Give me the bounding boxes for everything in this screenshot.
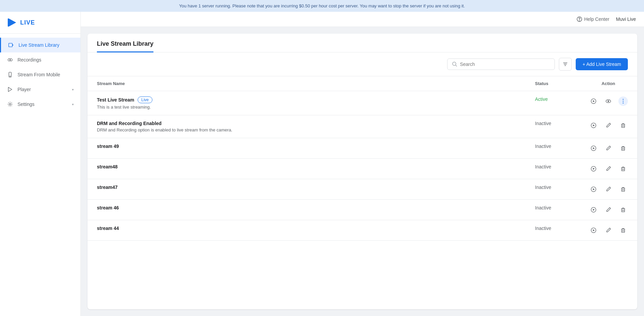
svg-point-9 xyxy=(9,103,11,105)
play-icon xyxy=(591,98,597,104)
filter-button[interactable] xyxy=(559,58,572,71)
svg-marker-45 xyxy=(593,209,595,210)
more-options-button[interactable] xyxy=(618,96,628,106)
table-row: stream47Inactive xyxy=(87,179,637,200)
stream-action-cell xyxy=(579,159,637,179)
status-badge: Inactive xyxy=(535,185,551,190)
search-input[interactable] xyxy=(460,62,550,67)
stream-status-cell: Inactive xyxy=(526,138,579,159)
edit-button[interactable] xyxy=(604,205,613,214)
table-row: Test Live StreamLiveThis is a test live … xyxy=(87,91,637,115)
sidebar-item-live-stream-library[interactable]: Live Stream Library xyxy=(0,38,80,52)
stream-status-cell: Inactive xyxy=(526,179,579,200)
play-button[interactable] xyxy=(589,205,598,214)
svg-point-23 xyxy=(623,103,624,104)
svg-line-13 xyxy=(456,65,457,67)
sidebar-label-live-stream-library: Live Stream Library xyxy=(19,42,74,48)
play-button[interactable] xyxy=(589,164,598,173)
svg-point-22 xyxy=(623,101,624,102)
play-button[interactable] xyxy=(589,121,598,130)
svg-marker-30 xyxy=(593,147,595,149)
user-menu[interactable]: Muvi Live xyxy=(616,16,636,22)
delete-button[interactable] xyxy=(618,226,628,235)
table-row: stream48Inactive xyxy=(87,159,637,179)
stream-name: stream 46 xyxy=(97,205,516,210)
add-live-stream-label: + Add Live Stream xyxy=(582,62,621,67)
stream-name-cell: DRM and Recording EnabledDRM and Recordi… xyxy=(87,115,526,138)
stream-name-cell: stream47 xyxy=(87,179,526,200)
edit-button[interactable] xyxy=(604,185,613,194)
streams-table-container: Stream Name Status Action Test Live Stre… xyxy=(87,76,637,309)
stream-name: Test Live StreamLive xyxy=(97,96,516,103)
status-badge: Inactive xyxy=(535,144,551,149)
logo-icon xyxy=(7,17,17,28)
stream-name: stream 49 xyxy=(97,144,516,149)
edit-icon xyxy=(605,122,611,128)
recordings-icon xyxy=(7,56,13,63)
stream-name-cell: stream 44 xyxy=(87,220,526,241)
stream-action-cell xyxy=(579,200,637,220)
play-button[interactable] xyxy=(589,226,598,235)
svg-marker-50 xyxy=(593,229,595,231)
filter-icon xyxy=(563,62,568,67)
settings-chevron-icon: ▾ xyxy=(72,103,74,106)
delete-icon xyxy=(620,122,626,128)
delete-icon xyxy=(620,227,626,233)
stream-icon xyxy=(8,42,14,48)
delete-button[interactable] xyxy=(618,164,628,173)
play-button[interactable] xyxy=(589,96,598,106)
stream-name-cell: stream 46 xyxy=(87,200,526,220)
edit-button[interactable] xyxy=(604,164,613,173)
stream-status-cell: Inactive xyxy=(526,115,579,138)
svg-rect-31 xyxy=(622,147,625,150)
edit-button[interactable] xyxy=(604,144,613,153)
sidebar-item-player[interactable]: Player ▾ xyxy=(0,82,80,97)
stream-action-cell xyxy=(579,220,637,241)
user-label: Muvi Live xyxy=(616,16,636,22)
play-button[interactable] xyxy=(589,144,598,153)
action-icons xyxy=(589,164,628,173)
sidebar-label-stream-from-mobile: Stream From Mobile xyxy=(17,72,74,77)
add-live-stream-button[interactable]: + Add Live Stream xyxy=(576,58,628,70)
sidebar-item-stream-from-mobile[interactable]: Stream From Mobile xyxy=(0,67,80,82)
stream-name: stream 44 xyxy=(97,226,516,231)
edit-icon xyxy=(605,227,611,233)
status-badge: Inactive xyxy=(535,164,551,169)
play-icon xyxy=(591,186,597,192)
sidebar-item-settings[interactable]: Settings ▾ xyxy=(0,97,80,112)
preview-button[interactable] xyxy=(604,96,613,106)
col-header-stream-name: Stream Name xyxy=(87,76,526,91)
play-icon xyxy=(591,145,597,151)
svg-rect-51 xyxy=(622,229,625,232)
streams-tbody: Test Live StreamLiveThis is a test live … xyxy=(87,91,637,241)
delete-button[interactable] xyxy=(618,121,628,130)
stream-action-cell xyxy=(579,91,637,115)
svg-point-5 xyxy=(10,58,12,61)
stream-description: This is a test live streaming. xyxy=(97,105,516,110)
svg-point-12 xyxy=(453,62,456,66)
player-chevron-icon: ▾ xyxy=(72,88,74,91)
help-center-button[interactable]: Help Center xyxy=(577,16,609,22)
action-icons xyxy=(589,121,628,130)
svg-point-11 xyxy=(579,21,580,21)
status-badge: Inactive xyxy=(535,205,551,210)
sidebar-label-recordings: Recordings xyxy=(17,57,74,63)
play-icon xyxy=(591,122,597,128)
sidebar-item-recordings[interactable]: Recordings xyxy=(0,52,80,67)
delete-button[interactable] xyxy=(618,185,628,194)
svg-rect-2 xyxy=(9,43,12,47)
delete-button[interactable] xyxy=(618,144,628,153)
edit-icon xyxy=(605,207,611,213)
edit-button[interactable] xyxy=(604,226,613,235)
edit-icon xyxy=(605,186,611,192)
play-button[interactable] xyxy=(589,185,598,194)
stream-status-cell: Inactive xyxy=(526,159,579,179)
stream-name: stream47 xyxy=(97,185,516,190)
help-center-label: Help Center xyxy=(584,16,609,22)
action-icons xyxy=(589,226,628,235)
delete-button[interactable] xyxy=(618,205,628,214)
svg-point-7 xyxy=(10,76,10,76)
search-box[interactable] xyxy=(447,58,555,70)
edit-button[interactable] xyxy=(604,121,613,130)
col-header-action: Action xyxy=(579,76,637,91)
